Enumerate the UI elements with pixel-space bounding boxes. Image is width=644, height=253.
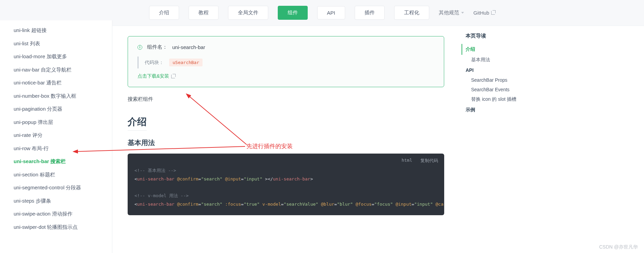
toc-item-basic-usage[interactable]: 基本用法 xyxy=(466,55,534,65)
toc-item-intro[interactable]: 介绍 xyxy=(462,44,534,55)
nav-other-spec[interactable]: 其他规范 xyxy=(439,10,464,16)
toc-item-slot[interactable]: 替换 icon 的 slot 插槽 xyxy=(466,94,534,105)
sidebar-item[interactable]: uni-swiper-dot 轮播图指示点 xyxy=(0,221,112,234)
toc-item-api[interactable]: API xyxy=(466,65,534,75)
sidebar-item[interactable]: uni-load-more 加载更多 xyxy=(0,50,112,63)
sidebar-item[interactable]: uni-nav-bar 自定义导航栏 xyxy=(0,63,112,77)
nav-other-spec-label: 其他规范 xyxy=(439,10,459,16)
sidebar-item[interactable]: uni-number-box 数字输入框 xyxy=(0,90,112,103)
toc-item-example[interactable]: 示例 xyxy=(466,105,534,115)
section-intro-heading: 介绍 xyxy=(128,115,147,131)
external-link-icon xyxy=(171,75,175,78)
watermark: CSDN @亦世凡华 xyxy=(599,244,638,250)
nav-global-files[interactable]: 全局文件 xyxy=(228,6,268,20)
toc-item-searchbar-events[interactable]: SearchBar Events xyxy=(466,85,534,94)
nav-plugins[interactable]: 插件 xyxy=(355,6,385,20)
code-block-label: 代码块： xyxy=(145,60,164,66)
component-description: 搜索栏组件 xyxy=(128,96,444,102)
code-block-value: uSearchBar xyxy=(169,59,203,66)
main-content: i 组件名： uni-search-bar 代码块： uSearchBar 点击… xyxy=(128,26,444,215)
copy-code-button[interactable]: 复制代码 xyxy=(420,158,438,164)
component-name-value: uni-search-bar xyxy=(172,44,205,50)
sidebar-item[interactable]: uni-popup 弹出层 xyxy=(0,116,112,129)
sidebar-item[interactable]: uni-section 标题栏 xyxy=(0,168,112,181)
page-toc: 本页导读 介绍 基本用法 API SearchBar Props SearchB… xyxy=(466,33,534,115)
nav-tutorial[interactable]: 教程 xyxy=(189,6,219,20)
toc-title: 本页导读 xyxy=(466,33,534,39)
code-content: <!-- 基本用法 --> <uni-search-bar @confirm="… xyxy=(128,164,444,215)
sidebar-item[interactable]: uni-swipe-action 滑动操作 xyxy=(0,207,112,221)
nav-api[interactable]: API xyxy=(317,6,345,19)
code-example-box: html 复制代码 <!-- 基本用法 --> <uni-search-bar … xyxy=(128,154,444,215)
external-link-icon xyxy=(491,11,495,15)
sidebar-item[interactable]: uni-list 列表 xyxy=(0,37,112,50)
nav-components[interactable]: 组件 xyxy=(278,6,308,20)
sidebar-item[interactable]: uni-link 超链接 xyxy=(0,24,112,37)
component-name-label: 组件名： xyxy=(147,44,167,50)
download-install-label: 点击下载&安装 xyxy=(138,73,169,79)
annotation-text: 先进行插件的安装 xyxy=(246,142,293,150)
sidebar-item[interactable]: uni-row 布局-行 xyxy=(0,142,112,155)
nav-github[interactable]: GitHub xyxy=(473,10,495,16)
nav-github-label: GitHub xyxy=(473,10,489,16)
nav-engineering[interactable]: 工程化 xyxy=(394,6,429,20)
sidebar-item-search-bar[interactable]: uni-search-bar 搜索栏 xyxy=(0,155,112,168)
sidebar-item[interactable]: uni-segmented-control 分段器 xyxy=(0,181,112,194)
component-info-card: i 组件名： uni-search-bar 代码块： uSearchBar 点击… xyxy=(128,36,444,87)
code-lang-label: html xyxy=(402,158,412,164)
sidebar-item[interactable]: uni-pagination 分页器 xyxy=(0,102,112,116)
toc-item-searchbar-props[interactable]: SearchBar Props xyxy=(466,75,534,85)
sidebar-item[interactable]: uni-rate 评分 xyxy=(0,129,112,142)
sidebar-item[interactable]: uni-notice-bar 通告栏 xyxy=(0,76,112,90)
sidebar-item[interactable]: uni-steps 步骤条 xyxy=(0,194,112,208)
sidebar: uni-link 超链接 uni-list 列表 uni-load-more 加… xyxy=(0,20,112,253)
chevron-down-icon xyxy=(461,12,464,14)
info-icon: i xyxy=(138,45,142,50)
nav-intro[interactable]: 介绍 xyxy=(149,6,179,20)
download-install-link[interactable]: 点击下载&安装 xyxy=(138,73,175,79)
